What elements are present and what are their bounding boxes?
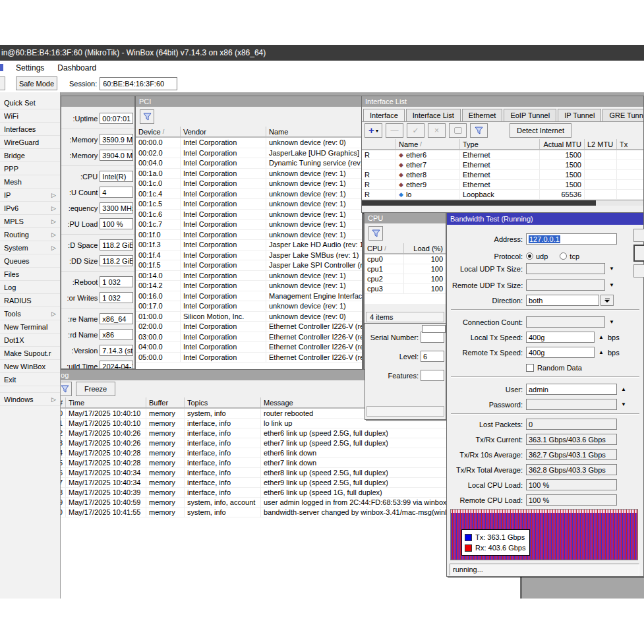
pci-row[interactable]: 00:02.0 Intel Corporation JasperLake [UH… xyxy=(136,148,362,159)
horizontal-scrollbar[interactable] xyxy=(362,200,643,206)
interface-tab[interactable]: EoIP Tunnel xyxy=(504,109,556,121)
sidebar-item[interactable]: WireGuard ▷ xyxy=(0,136,60,149)
user-field[interactable]: admin xyxy=(526,384,617,395)
cpu-window-titlebar[interactable]: CPU xyxy=(365,213,446,223)
sidebar-item[interactable]: Routing ▷ xyxy=(0,228,60,241)
dropdown-arrow-icon[interactable]: ▼ xyxy=(609,282,614,288)
start-button-clipped[interactable] xyxy=(633,229,644,242)
pci-row[interactable]: 00:1c.6 Intel Corporation unknown device… xyxy=(136,210,362,220)
disable-button[interactable]: × xyxy=(428,123,446,138)
interface-table-header[interactable]: Name/ Type Actual MTU L2 MTU Tx xyxy=(362,139,643,150)
add-button[interactable]: +▾ xyxy=(365,123,382,138)
pci-row[interactable]: 00:1f.0 Intel Corporation unknown device… xyxy=(136,230,362,241)
stop-button-clipped[interactable] xyxy=(633,245,644,262)
remove-button[interactable]: — xyxy=(386,123,403,138)
sidebar-item-windows[interactable]: Windows ▷ xyxy=(0,393,60,406)
dropdown-arrow-icon[interactable]: ▼ xyxy=(609,266,614,272)
pci-row[interactable]: 00:1a.0 Intel Corporation unknown device… xyxy=(136,169,362,179)
cpu-table-header[interactable]: CPU/ Load (%) xyxy=(365,243,446,254)
sidebar-item[interactable]: System ▷ xyxy=(0,241,60,254)
pci-row[interactable]: 02:00.0 Intel Corporation Ethernet Contr… xyxy=(136,322,362,332)
interface-row[interactable]: R ◆ether6 Ethernet 1500 xyxy=(362,150,643,160)
pci-row[interactable]: 00:1c.5 Intel Corporation unknown device… xyxy=(136,199,362,210)
password-field[interactable] xyxy=(526,399,617,410)
filter-button[interactable] xyxy=(470,123,488,138)
menu-dashboard[interactable]: Dashboard xyxy=(51,62,103,74)
sidebar-item[interactable]: Interfaces ▷ xyxy=(0,123,60,136)
direction-dropdown-button[interactable] xyxy=(600,295,614,306)
pci-row[interactable]: 05:00.0 Intel Corporation Ethernet Contr… xyxy=(136,353,362,363)
sidebar-item[interactable]: Exit ▷ xyxy=(0,373,60,386)
sidebar-item[interactable]: IP ▷ xyxy=(0,189,60,202)
sidebar-item[interactable]: Bridge ▷ xyxy=(0,149,60,162)
clipped-toolbar-button[interactable] xyxy=(0,76,5,90)
close-button-clipped[interactable] xyxy=(633,264,644,278)
detect-internet-button[interactable]: Detect Internet xyxy=(510,123,571,138)
pci-row[interactable]: 00:17.0 Intel Corporation unknown device… xyxy=(136,301,362,312)
sidebar-item[interactable]: Dot1X ▷ xyxy=(0,334,60,347)
local-udp-tx-size-field[interactable] xyxy=(526,263,605,274)
pci-row[interactable]: 00:1f.3 Intel Corporation Jasper Lake HD… xyxy=(136,240,362,250)
sidebar-item[interactable]: Tools ▷ xyxy=(0,307,60,320)
local-tx-speed-field[interactable]: 400g xyxy=(526,332,595,343)
remote-udp-tx-size-field[interactable] xyxy=(526,279,605,291)
spinner-up-icon[interactable]: ▲ xyxy=(599,334,604,340)
cpu-row[interactable]: cpu2 100 xyxy=(365,274,446,284)
session-field[interactable]: 60:BE:B4:16:3F:60 xyxy=(100,77,177,90)
pci-row[interactable]: 00:1c.7 Intel Corporation unknown device… xyxy=(136,220,362,230)
pci-row[interactable]: 01:00.0 Silicon Motion, Inc. unknown dev… xyxy=(136,312,362,322)
sidebar-item[interactable]: Mesh ▷ xyxy=(0,175,60,189)
interface-tab[interactable]: Interface xyxy=(363,109,405,122)
pci-row[interactable]: 00:1f.4 Intel Corporation Jasper Lake SM… xyxy=(136,250,362,261)
cpu-row[interactable]: cpu3 100 xyxy=(365,284,446,294)
bandwidth-test-titlebar[interactable]: Bandwidth Test (Running) xyxy=(447,213,643,225)
scrollbar-thumb[interactable] xyxy=(362,200,596,206)
spinner-up-icon[interactable]: ▲ xyxy=(621,386,626,392)
resources-window-titlebar[interactable] xyxy=(61,96,134,107)
address-field[interactable]: 127.0.0.1 xyxy=(526,233,617,245)
interface-row[interactable]: R ◆ether9 Ethernet 1500 xyxy=(362,180,643,190)
direction-field[interactable]: both xyxy=(526,295,599,306)
tcp-radio[interactable] xyxy=(560,252,567,260)
pci-row[interactable]: 00:04.0 Intel Corporation Dynamic Tuning… xyxy=(136,158,362,169)
pci-row[interactable]: 00:1f.5 Intel Corporation Jasper Lake SP… xyxy=(136,260,362,271)
sidebar-item[interactable]: MPLS ▷ xyxy=(0,215,60,228)
dropdown-arrow-icon[interactable]: ▼ xyxy=(621,401,626,407)
menu-settings[interactable]: Settings xyxy=(9,62,51,74)
pci-row[interactable]: 00:1c.4 Intel Corporation unknown device… xyxy=(136,189,362,200)
sidebar-item[interactable]: IPv6 ▷ xyxy=(0,202,60,215)
sidebar-item[interactable]: Quick Set ▷ xyxy=(0,96,60,109)
interface-tab[interactable]: Interface List xyxy=(406,109,461,121)
sidebar-item[interactable]: RADIUS ▷ xyxy=(0,294,60,307)
pci-row[interactable]: 00:14.0 Intel Corporation unknown device… xyxy=(136,271,362,281)
filter-button[interactable] xyxy=(368,226,383,241)
filter-button[interactable] xyxy=(140,109,154,124)
pci-row[interactable]: 04:00.0 Intel Corporation Ethernet Contr… xyxy=(136,342,362,353)
pci-row[interactable]: 00:00.0 Intel Corporation unknown device… xyxy=(136,138,362,148)
cpu-row[interactable]: cpu0 100 xyxy=(365,254,446,264)
sidebar-item[interactable]: New WinBox ▷ xyxy=(0,360,60,373)
remote-tx-speed-field[interactable]: 400g xyxy=(526,347,595,358)
interface-row[interactable]: ◆ether7 Ethernet 1500 xyxy=(362,160,643,170)
interface-tab[interactable]: GRE Tunnel xyxy=(602,109,643,121)
interface-row[interactable]: R ◆ether8 Ethernet 1500 xyxy=(362,170,643,180)
pci-table-header[interactable]: Device/ Vendor Name xyxy=(136,127,362,137)
spinner-up-icon[interactable]: ▲ xyxy=(599,349,604,355)
pci-window-titlebar[interactable]: PCI xyxy=(136,96,362,107)
interface-list-titlebar[interactable]: Interface List xyxy=(362,96,643,107)
udp-radio[interactable] xyxy=(526,252,533,260)
sidebar-item[interactable]: Log ▷ xyxy=(0,281,60,294)
sidebar-item[interactable]: Queues ▷ xyxy=(0,254,60,268)
interface-tab[interactable]: IP Tunnel xyxy=(558,109,601,121)
connection-count-field[interactable] xyxy=(526,316,605,328)
sidebar-item[interactable]: WiFi ▷ xyxy=(0,109,60,123)
pci-row[interactable]: 00:16.0 Intel Corporation Management Eng… xyxy=(136,291,362,302)
dropdown-arrow-icon[interactable]: ▼ xyxy=(609,319,614,325)
sidebar-item[interactable]: Files ▷ xyxy=(0,268,60,281)
random-data-checkbox[interactable] xyxy=(526,364,534,372)
comment-button[interactable] xyxy=(449,123,467,138)
interface-row[interactable]: R ◆lo Loopback 65536 xyxy=(362,190,643,200)
pci-row[interactable]: 00:1c.0 Intel Corporation unknown device… xyxy=(136,179,362,189)
sidebar-item[interactable]: Make Supout.rif ▷ xyxy=(0,347,60,360)
pci-row[interactable]: 00:14.2 Intel Corporation unknown device… xyxy=(136,281,362,291)
